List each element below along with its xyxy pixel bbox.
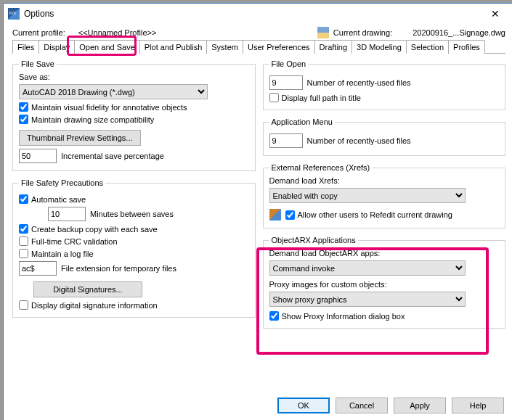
automatic-save-input[interactable]	[19, 194, 28, 204]
close-icon[interactable]: ✕	[481, 5, 510, 22]
legend-file-safety: File Safety Precautions	[19, 178, 105, 187]
tab-open-and-save[interactable]: Open and Save	[74, 40, 139, 54]
thumbnail-preview-button[interactable]: Thumbnail Preview Settings...	[19, 130, 141, 146]
app-icon	[8, 8, 20, 20]
tab-3d-modeling[interactable]: 3D Modeling	[352, 40, 407, 54]
maintain-log-checkbox[interactable]: Maintain a log file	[19, 249, 94, 258]
xref-icon	[269, 209, 281, 221]
profile-header: Current profile: <<Unnamed Profile>> Cur…	[4, 24, 512, 40]
left-column: File Save Save as: AutoCAD 2018 Drawing …	[12, 59, 256, 387]
apply-button[interactable]: Apply	[394, 398, 446, 413]
group-application-menu: Application Menu Number of recently-used…	[263, 118, 506, 156]
tab-display[interactable]: Display	[38, 40, 75, 54]
maintain-drawing-size-checkbox[interactable]: Maintain drawing size compatibility	[19, 115, 154, 124]
drawing-icon	[317, 27, 329, 38]
group-file-safety: File Safety Precautions Automatic save M…	[12, 178, 256, 318]
automatic-save-checkbox[interactable]: Automatic save	[19, 194, 86, 204]
tab-user-preferences[interactable]: User Preferences	[243, 40, 315, 54]
create-backup-checkbox[interactable]: Create backup copy with each save	[19, 224, 158, 234]
tab-drafting[interactable]: Drafting	[314, 40, 353, 54]
temp-file-extension-input[interactable]	[19, 261, 57, 276]
cancel-button[interactable]: Cancel	[336, 398, 388, 413]
save-as-label: Save as:	[19, 73, 249, 81]
current-drawing-label: Current drawing:	[333, 28, 392, 37]
demand-load-xrefs-select[interactable]: Enabled with copy	[269, 188, 466, 203]
crc-validation-input[interactable]	[19, 236, 28, 246]
demand-load-arx-label: Demand load ObjectARX apps:	[269, 249, 500, 258]
tab-strip: Files Display Open and Save Plot and Pub…	[4, 40, 512, 54]
temp-file-extension-label: File extension for temporary files	[61, 264, 176, 273]
show-proxy-info-input[interactable]	[269, 311, 279, 321]
legend-objectarx: ObjectARX Applications	[269, 236, 358, 244]
group-external-references: External References (Xrefs) Demand load …	[263, 163, 506, 228]
app-menu-recent-input[interactable]	[269, 133, 303, 148]
file-open-recent-label: Number of recently-used files	[307, 78, 411, 87]
file-open-recent-input[interactable]	[269, 75, 303, 90]
proxy-images-select[interactable]: Show proxy graphics	[269, 292, 466, 307]
show-proxy-info-checkbox[interactable]: Show Proxy Information dialog box	[269, 311, 405, 321]
titlebar: Options ✕	[4, 4, 512, 24]
display-signature-info-input[interactable]	[19, 300, 28, 310]
tab-plot-and-publish[interactable]: Plot and Publish	[139, 40, 208, 54]
display-full-path-checkbox[interactable]: Display full path in title	[269, 93, 361, 102]
allow-refedit-input[interactable]	[285, 210, 295, 220]
minutes-between-saves-label: Minutes between saves	[90, 210, 174, 218]
group-file-save: File Save Save as: AutoCAD 2018 Drawing …	[12, 59, 256, 171]
help-button[interactable]: Help	[452, 398, 504, 413]
proxy-images-label: Proxy images for custom objects:	[269, 280, 500, 289]
right-column: File Open Number of recently-used files …	[263, 59, 506, 387]
legend-application-menu: Application Menu	[269, 118, 335, 126]
ok-button[interactable]: OK	[277, 398, 330, 413]
tab-system[interactable]: System	[206, 40, 243, 54]
display-signature-info-checkbox[interactable]: Display digital signature information	[19, 300, 158, 310]
group-file-open: File Open Number of recently-used files …	[263, 59, 506, 110]
demand-load-arx-select[interactable]: Command invoke	[269, 260, 466, 276]
maintain-visual-fidelity-checkbox[interactable]: Maintain visual fidelity for annotative …	[19, 102, 187, 112]
tab-selection[interactable]: Selection	[406, 40, 449, 54]
options-window: Options ✕ Current profile: <<Unnamed Pro…	[3, 3, 512, 420]
maintain-log-input[interactable]	[19, 249, 28, 258]
display-full-path-input[interactable]	[269, 93, 279, 102]
tab-profiles[interactable]: Profiles	[448, 40, 485, 54]
maintain-visual-fidelity-input[interactable]	[19, 102, 28, 112]
current-drawing-name: 20200916_...Signage.dwg	[413, 28, 505, 37]
tab-files[interactable]: Files	[12, 40, 39, 54]
minutes-between-saves-input[interactable]	[48, 207, 86, 221]
save-as-select[interactable]: AutoCAD 2018 Drawing (*.dwg)	[19, 84, 208, 99]
current-profile-name: <<Unnamed Profile>>	[78, 28, 157, 37]
app-menu-recent-label: Number of recently-used files	[307, 136, 411, 145]
create-backup-input[interactable]	[19, 224, 28, 234]
legend-file-save: File Save	[19, 59, 57, 68]
demand-load-xrefs-label: Demand load Xrefs:	[269, 176, 500, 185]
crc-validation-checkbox[interactable]: Full-time CRC validation	[19, 236, 118, 246]
digital-signatures-button[interactable]: Digital Signatures...	[33, 281, 142, 297]
legend-external-references: External References (Xrefs)	[269, 163, 373, 172]
incremental-save-label: Incremental save percentage	[61, 152, 164, 160]
tab-content: File Save Save as: AutoCAD 2018 Drawing …	[4, 54, 512, 390]
window-title: Options	[24, 9, 481, 19]
current-profile-label: Current profile:	[12, 28, 65, 37]
incremental-save-input[interactable]	[19, 149, 57, 163]
legend-file-open: File Open	[269, 59, 309, 68]
dialog-footer: OK Cancel Apply Help	[4, 390, 512, 420]
allow-refedit-checkbox[interactable]: Allow other users to Refedit current dra…	[285, 210, 452, 220]
maintain-drawing-size-input[interactable]	[19, 115, 28, 124]
group-objectarx: ObjectARX Applications Demand load Objec…	[263, 236, 506, 329]
